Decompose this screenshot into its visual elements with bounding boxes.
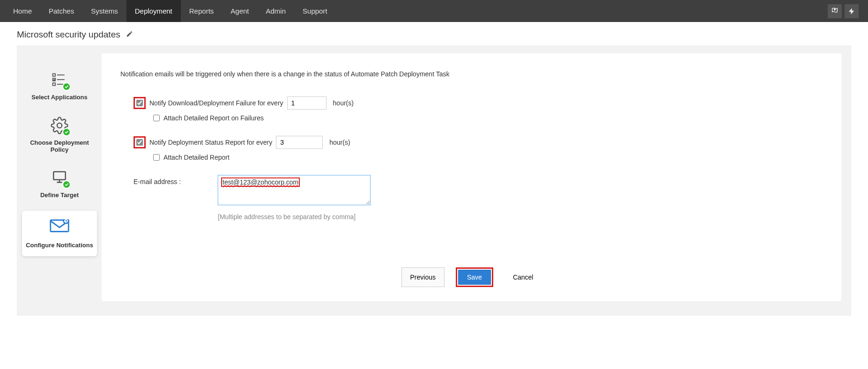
content-panel: Notification emails will be triggered on… (102, 53, 841, 301)
check-badge-icon (62, 128, 71, 136)
step-configure-notifications[interactable]: Configure Notifications (22, 211, 97, 256)
rocket-icon[interactable] (828, 4, 842, 18)
notify-status-hours-input[interactable] (276, 136, 323, 149)
nav-left: Home Patches Systems Deployment Reports … (5, 0, 336, 22)
envelope-icon (25, 219, 94, 238)
nav-support[interactable]: Support (294, 0, 336, 22)
step-label: Select Applications (25, 94, 94, 101)
highlight-box (134, 97, 146, 109)
edit-title-icon[interactable] (126, 30, 133, 40)
step-define-target[interactable]: Define Target (22, 161, 97, 206)
monitor-icon (25, 169, 94, 188)
wizard-area: Select Applications Choose Deployment Po… (17, 45, 851, 316)
top-nav: Home Patches Systems Deployment Reports … (0, 0, 868, 22)
attach-status-report-checkbox[interactable] (153, 154, 160, 161)
cancel-button[interactable]: Cancel (504, 267, 542, 287)
nav-deployment[interactable]: Deployment (126, 0, 181, 22)
nav-agent[interactable]: Agent (222, 0, 257, 22)
email-textarea[interactable] (218, 175, 371, 205)
notify-failure-label: Notify Download/Deployment Failure for e… (149, 99, 283, 107)
attach-failure-row: Attach Detailed Report on Failures (120, 114, 823, 122)
svg-point-6 (57, 123, 62, 128)
attach-failure-label: Attach Detailed Report on Failures (163, 114, 264, 122)
notify-failure-row: Notify Download/Deployment Failure for e… (120, 96, 823, 110)
attach-status-label: Attach Detailed Report (163, 154, 230, 161)
nav-patches[interactable]: Patches (40, 0, 82, 22)
highlight-box: Save (456, 267, 493, 287)
notify-status-label: Notify Deployment Status Report for ever… (149, 139, 272, 146)
check-badge-icon (62, 180, 71, 189)
button-row: Previous Save Cancel (120, 267, 823, 287)
attach-status-row: Attach Detailed Report (120, 154, 823, 161)
page-title-bar: Microsoft security updates (0, 22, 868, 45)
notify-status-checkbox[interactable] (136, 139, 143, 146)
previous-button[interactable]: Previous (401, 267, 445, 287)
save-button[interactable]: Save (458, 270, 491, 285)
units-label: hour(s) (329, 139, 350, 146)
email-row: E-mail address : test@123@zohocorp.com [… (120, 175, 823, 221)
step-select-applications[interactable]: Select Applications (22, 63, 97, 108)
email-hint: [Multiple addresses to be separated by c… (218, 213, 371, 221)
wizard-steps: Select Applications Choose Deployment Po… (17, 53, 102, 301)
nav-home[interactable]: Home (5, 0, 40, 22)
step-label: Configure Notifications (25, 242, 94, 249)
units-label: hour(s) (333, 99, 354, 107)
svg-rect-0 (53, 74, 55, 76)
step-label: Define Target (25, 192, 94, 199)
notify-failure-hours-input[interactable] (287, 96, 326, 110)
list-check-icon (25, 71, 94, 90)
nav-admin[interactable]: Admin (258, 0, 295, 22)
step-label: Choose Deployment Policy (25, 139, 94, 153)
highlight-box (134, 136, 146, 148)
svg-rect-4 (53, 83, 55, 85)
notify-failure-checkbox[interactable] (136, 100, 143, 106)
nav-reports[interactable]: Reports (181, 0, 223, 22)
bolt-icon[interactable] (845, 4, 859, 18)
intro-text: Notification emails will be triggered on… (120, 70, 823, 78)
svg-rect-7 (53, 172, 66, 180)
check-badge-icon (62, 82, 71, 91)
email-label: E-mail address : (134, 175, 194, 185)
step-choose-deployment-policy[interactable]: Choose Deployment Policy (22, 108, 97, 161)
gear-icon (25, 117, 94, 135)
page-title: Microsoft security updates (17, 30, 120, 40)
nav-right (828, 0, 859, 22)
nav-systems[interactable]: Systems (82, 0, 126, 22)
attach-failure-report-checkbox[interactable] (153, 115, 160, 121)
notify-status-row: Notify Deployment Status Report for ever… (120, 136, 823, 149)
